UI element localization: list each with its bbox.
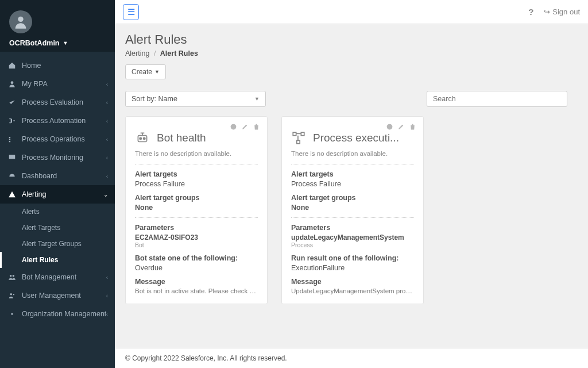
svg-point-9 (13, 294, 14, 295)
page-title: Alert Rules (125, 32, 578, 47)
sidebar-item-label: Alert Rules (22, 256, 58, 264)
section-label: Alert targets (135, 170, 258, 178)
delete-icon[interactable] (253, 122, 260, 130)
disable-icon[interactable] (230, 122, 237, 130)
hamburger-button[interactable]: ☰ (123, 4, 139, 20)
svg-point-13 (140, 137, 141, 139)
sidebar-item-label: Process Operations (22, 135, 85, 143)
chevron-left-icon: ‹ (106, 136, 108, 143)
sidebar-item-label: Home (22, 62, 41, 70)
check-icon (8, 98, 16, 106)
sidebar-item-user-management[interactable]: User Management ‹ (0, 286, 115, 305)
sidebar: OCRBotAdmin ▼ Home My RPA ‹ Process Eval… (0, 0, 115, 368)
sidebar-item-home[interactable]: Home (0, 56, 115, 75)
card-description: There is no description available. (135, 150, 258, 157)
main: ☰ ? ↪ Sign out Alert Rules Alerting / Al… (115, 0, 588, 368)
process-icon (291, 131, 306, 145)
svg-rect-18 (297, 140, 300, 143)
create-button[interactable]: Create ▼ (125, 64, 166, 79)
content: Alert Rules Alerting / Alert Rules Creat… (115, 24, 588, 348)
svg-point-6 (10, 275, 12, 277)
breadcrumb-parent[interactable]: Alerting (125, 49, 149, 57)
user-menu[interactable]: OCRBotAdmin ▼ (9, 39, 106, 47)
disable-icon[interactable] (386, 122, 393, 130)
sidebar-item-label: Process Monitoring (22, 154, 83, 162)
sidebar-item-dashboard[interactable]: Dashboard ‹ (0, 167, 115, 185)
condition-value: ExecutionFailure (291, 264, 414, 272)
sidebar-item-process-evaluation[interactable]: Process Evaluation ‹ (0, 93, 115, 112)
sidebar-item-label: Alert Target Groups (22, 240, 82, 248)
edit-icon[interactable] (397, 122, 405, 130)
topbar: ☰ ? ↪ Sign out (115, 0, 588, 24)
section-label: Alert target groups (291, 194, 414, 202)
chevron-left-icon: ‹ (106, 155, 108, 161)
chevron-left-icon: ‹ (106, 99, 108, 106)
sidebar-item-myrpa[interactable]: My RPA ‹ (0, 75, 115, 93)
chevron-left-icon: ‹ (106, 81, 108, 87)
chevron-left-icon: ‹ (106, 173, 108, 179)
chevron-left-icon: ‹ (106, 118, 108, 124)
edit-icon[interactable] (241, 122, 249, 130)
sidebar-item-process-operations[interactable]: Process Operations ‹ (0, 130, 115, 148)
section-label: Alert target groups (135, 194, 258, 202)
message-value: UpdateLegacyManagementSystem process has… (291, 288, 414, 294)
breadcrumb-current: Alert Rules (160, 49, 198, 57)
sort-select[interactable]: Sort by: Name ▼ (125, 91, 266, 107)
alert-rule-card: Process executi... There is no descripti… (281, 116, 424, 304)
condition-value: Overdue (135, 264, 258, 272)
svg-rect-5 (9, 155, 16, 159)
breadcrumb-separator: / (154, 49, 156, 57)
nav: Home My RPA ‹ Process Evaluation ‹ Proce… (0, 52, 115, 323)
sidebar-item-process-automation[interactable]: Process Automation ‹ (0, 112, 115, 130)
sidebar-item-label: Alerts (22, 208, 40, 216)
home-icon (8, 62, 16, 70)
condition-label: Bot state one of the following: (135, 254, 258, 262)
section-label: Alert targets (291, 170, 414, 178)
signout-icon: ↪ (544, 7, 550, 16)
chevron-left-icon: ‹ (106, 274, 108, 281)
help-button[interactable]: ? (528, 7, 533, 17)
users-icon (8, 292, 16, 300)
alert-rule-card: Bot health There is no description avail… (125, 116, 268, 304)
svg-point-10 (11, 313, 13, 315)
signout-label: Sign out (552, 7, 580, 16)
list-icon (8, 135, 16, 143)
sidebar-item-process-monitoring[interactable]: Process Monitoring ‹ (0, 148, 115, 167)
sidebar-item-label: User Management (22, 292, 81, 300)
caret-down-icon: ▼ (63, 40, 68, 46)
sidebar-item-label: Dashboard (22, 172, 57, 180)
sidebar-subitem-alerts[interactable]: Alerts (0, 204, 115, 220)
sidebar-subitem-alert-rules[interactable]: Alert Rules (0, 252, 115, 268)
branch-icon (8, 117, 16, 125)
sidebar-subitem-alert-targets[interactable]: Alert Targets (0, 220, 115, 236)
dashboard-icon (8, 172, 16, 180)
signout-button[interactable]: ↪ Sign out (544, 7, 580, 16)
chevron-left-icon: ‹ (106, 293, 108, 299)
search-input[interactable] (427, 91, 567, 107)
parameter-type: Bot (135, 241, 258, 248)
parameter-type: Process (291, 241, 414, 248)
sidebar-item-alerting[interactable]: Alerting ⌄ (0, 185, 115, 204)
card-description: There is no description available. (291, 150, 414, 157)
menu-icon: ☰ (127, 7, 135, 17)
section-value: Process Failure (291, 180, 414, 188)
svg-point-14 (144, 137, 145, 139)
cards-container: Bot health There is no description avail… (125, 116, 578, 304)
section-value: Process Failure (135, 180, 258, 188)
user-icon (8, 80, 16, 88)
condition-label: Run result one of the following: (291, 254, 414, 262)
svg-point-0 (18, 17, 23, 22)
delete-icon[interactable] (409, 122, 416, 130)
sidebar-item-bot-management[interactable]: Bot Management ‹ (0, 268, 115, 286)
section-value: None (291, 204, 414, 212)
svg-point-4 (13, 120, 14, 121)
svg-rect-17 (301, 132, 304, 135)
create-label: Create (131, 68, 152, 76)
sidebar-item-label: Bot Management (22, 273, 76, 281)
alert-icon (8, 190, 16, 198)
section-label: Parameters (135, 224, 258, 232)
sidebar-item-org-management[interactable]: Organization Management ‹ (0, 305, 115, 323)
sidebar-subitem-alert-target-groups[interactable]: Alert Target Groups (0, 236, 115, 252)
chevron-down-icon: ⌄ (103, 191, 108, 198)
svg-point-7 (13, 275, 14, 277)
